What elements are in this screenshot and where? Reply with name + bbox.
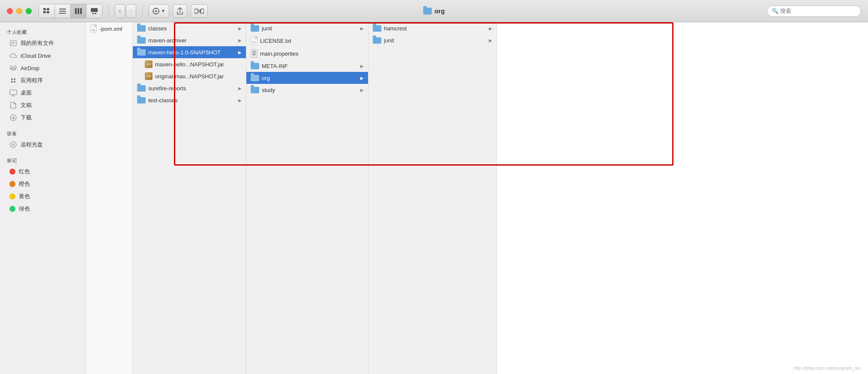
sidebar-label-icloud: iCloud Drive	[21, 53, 51, 59]
svg-rect-12	[95, 13, 96, 14]
close-button[interactable]	[7, 8, 13, 14]
sidebar-item-tag-red[interactable]: 红色	[3, 166, 83, 178]
tag-red-dot	[9, 169, 15, 175]
file-icon-properties	[251, 49, 257, 58]
folder-icon-test-classes	[137, 97, 146, 104]
svg-point-25	[13, 68, 14, 69]
file-item-junit[interactable]: junit ▶	[246, 22, 368, 34]
chevron-hamcrest: ▶	[489, 26, 492, 31]
file-item-study[interactable]: study ▶	[246, 84, 368, 96]
action-button[interactable]: ▼	[149, 4, 169, 18]
nav-group: ‹ ›	[115, 4, 136, 18]
file-item-maven-hello-snapshot[interactable]: maven-hello-1.0-SNAPSHOT ▶	[133, 46, 246, 58]
sidebar-item-airdrop[interactable]: AirDrop	[3, 62, 83, 74]
file-name-maven-archiver: maven-archiver	[148, 37, 236, 44]
empty-area	[497, 22, 868, 374]
sidebar: 个人收藏 我的所有文件 iCloud Drive AirDrop 应用程序	[0, 22, 86, 374]
file-item-test-classes[interactable]: test-classes ▶	[133, 94, 246, 106]
folder-icon-classes	[137, 25, 146, 32]
file-name-license: LICENSE.txt	[260, 38, 364, 44]
sidebar-item-icloud[interactable]: iCloud Drive	[3, 50, 83, 62]
svg-rect-0	[43, 8, 46, 10]
view-list-button[interactable]	[55, 4, 71, 18]
svg-point-30	[10, 142, 16, 148]
file-item-maven-archiver[interactable]: maven-archiver ▶	[133, 34, 246, 46]
path-button[interactable]	[191, 4, 208, 18]
search-input[interactable]	[780, 8, 856, 14]
svg-rect-2	[43, 11, 46, 13]
sidebar-item-all-files[interactable]: 我的所有文件	[3, 37, 83, 49]
airdrop-icon	[9, 64, 17, 72]
sidebar-label-desktop: 桌面	[21, 89, 32, 97]
file-name-pom-xml: -pom.xml	[99, 26, 128, 32]
view-mode-group	[39, 4, 102, 18]
file-item-org[interactable]: org ▶	[246, 72, 368, 84]
file-name-classes: classes	[148, 25, 236, 32]
sidebar-item-downloads[interactable]: 下载	[3, 112, 83, 124]
disc-icon	[9, 141, 17, 148]
view-column-button[interactable]	[71, 4, 87, 18]
chevron-org: ▶	[360, 76, 364, 80]
applications-icon	[9, 77, 17, 84]
divider-1	[108, 5, 109, 17]
file-item-original-jar[interactable]: JAR original-mav...NAPSHOT.jar	[133, 70, 246, 82]
sidebar-label-remote-disc: 远程光盘	[21, 141, 43, 148]
file-name-maven-jar: maven-hello...NAPSHOT.jar	[155, 61, 242, 68]
chevron-maven-archiver: ▶	[238, 38, 242, 43]
sidebar-label-documents: 文稿	[21, 101, 32, 109]
file-item-surefire[interactable]: surefire-reports ▶	[133, 82, 246, 94]
chevron-test-classes: ▶	[238, 98, 242, 103]
nav-forward-button[interactable]: ›	[126, 4, 136, 18]
file-item-properties[interactable]: main.properties	[246, 47, 368, 60]
maximize-button[interactable]	[26, 8, 32, 14]
action-chevron: ▼	[161, 9, 165, 13]
sidebar-item-documents[interactable]: 文稿	[3, 99, 83, 111]
file-item-junit2[interactable]: junit ▶	[368, 34, 497, 46]
file-item-pom-xml[interactable]: XML -pom.xml	[86, 22, 132, 35]
file-name-junit2: junit	[384, 37, 486, 44]
svg-rect-4	[59, 9, 66, 9]
sidebar-label-tag-green: 绿色	[19, 205, 30, 213]
tag-yellow-dot	[9, 193, 15, 199]
file-name-hamcrest: hamcrest	[384, 25, 486, 32]
sidebar-label-downloads: 下载	[21, 114, 32, 122]
folder-icon-junit	[251, 25, 259, 32]
titlebar: ‹ › ▼ org 🔍	[0, 0, 868, 22]
sidebar-item-tag-green[interactable]: 绿色	[3, 203, 83, 215]
search-icon: 🔍	[772, 8, 778, 14]
minimize-button[interactable]	[16, 8, 22, 14]
traffic-lights	[7, 8, 32, 14]
jar-icon-original: JAR	[145, 72, 153, 80]
columns-wrapper: XML -pom.xml classes ▶ maven-archiver ▶ …	[86, 22, 868, 374]
nav-back-button[interactable]: ‹	[115, 4, 125, 18]
documents-icon	[9, 101, 17, 109]
sidebar-item-desktop[interactable]: 桌面	[3, 87, 83, 99]
search-box[interactable]: 🔍	[767, 6, 861, 17]
file-name-org: org	[262, 75, 358, 81]
icloud-icon	[9, 52, 17, 59]
file-item-hamcrest[interactable]: hamcrest ▶	[368, 22, 497, 34]
sidebar-item-tag-yellow[interactable]: 黄色	[3, 190, 83, 202]
sidebar-item-applications[interactable]: 应用程序	[3, 74, 83, 86]
svg-rect-21	[10, 41, 16, 46]
folder-icon-study	[251, 87, 259, 93]
file-item-license[interactable]: TXT LICENSE.txt	[246, 34, 368, 47]
view-grid-button[interactable]	[39, 4, 55, 18]
file-name-test-classes: test-classes	[148, 97, 236, 104]
chevron-junit2: ▶	[489, 38, 492, 43]
sidebar-item-remote-disc[interactable]: 远程光盘	[3, 139, 83, 151]
jar-icon-maven: JAR	[145, 60, 153, 68]
file-name-snapshot: maven-hello-1.0-SNAPSHOT	[148, 49, 236, 56]
file-item-classes[interactable]: classes ▶	[133, 22, 246, 34]
file-item-meta-inf[interactable]: META-INF ▶	[246, 60, 368, 72]
file-name-properties: main.properties	[260, 50, 364, 57]
folder-icon-surefire	[137, 85, 146, 92]
sidebar-label-airdrop: AirDrop	[21, 65, 39, 71]
file-item-maven-jar[interactable]: JAR maven-hello...NAPSHOT.jar	[133, 58, 246, 70]
window-title: org	[434, 7, 445, 15]
svg-rect-19	[195, 9, 198, 13]
share-button[interactable]	[173, 4, 187, 18]
sidebar-item-tag-orange[interactable]: 橙色	[3, 178, 83, 190]
title-folder-icon	[423, 8, 432, 15]
view-cover-button[interactable]	[87, 4, 102, 18]
